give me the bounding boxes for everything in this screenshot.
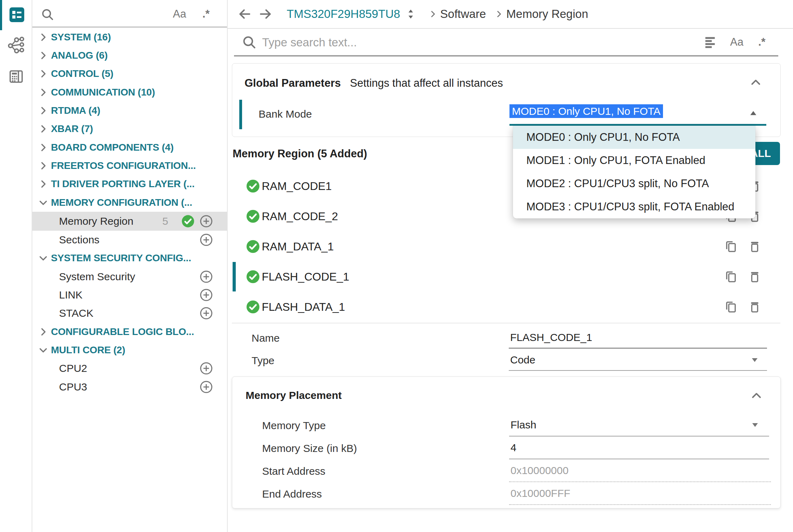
bank-mode-selected-text: MODE0 : Only CPU1, No FOTA	[509, 104, 663, 118]
sidebar-item-board-components[interactable]: BOARD COMPONENTS (4)	[32, 138, 227, 157]
sidebar-item-label: STACK	[59, 307, 93, 319]
breadcrumb-device[interactable]: TMS320F29H859TU8	[287, 7, 400, 21]
delete-icon[interactable]	[748, 300, 762, 314]
sidebar-regex-icon[interactable]: .*	[202, 8, 210, 20]
add-instance-icon[interactable]	[200, 233, 213, 247]
check-icon	[246, 209, 260, 223]
instance-count-badge: 5	[162, 215, 168, 227]
sidebar-item-analog[interactable]: ANALOG (6)	[32, 46, 227, 65]
section-divider	[232, 323, 780, 323]
sidebar-match-case-icon[interactable]: Aa	[173, 8, 186, 20]
sidebar-item-link[interactable]: LINK	[32, 286, 227, 304]
sidebar-item-system-security[interactable]: System Security	[32, 268, 227, 286]
check-icon	[181, 215, 195, 228]
switch-device-icon[interactable]	[404, 8, 417, 20]
module-sidebar: Aa .* SYSTEM (16) ANALOG (6) CONTROL (5)…	[32, 0, 228, 532]
memory-type-select[interactable]: Flash	[511, 419, 536, 431]
name-input[interactable]: FLASH_CODE_1	[510, 331, 592, 343]
check-icon	[246, 300, 260, 314]
global-parameters-title: Global Parameters	[245, 77, 341, 90]
bank-mode-select[interactable]: MODE0 : Only CPU1, No FOTA	[509, 105, 663, 117]
region-row-ram-data-1[interactable]: RAM_DATA_1	[232, 237, 780, 256]
sidebar-item-memory-region[interactable]: Memory Region 5	[32, 212, 227, 231]
menu-lines-icon[interactable]	[702, 34, 718, 50]
delete-icon[interactable]	[748, 239, 762, 254]
sidebar-item-multi-core[interactable]: MULTI CORE (2)	[32, 341, 227, 359]
region-row-flash-data-1[interactable]: FLASH_DATA_1	[232, 297, 780, 317]
chevron-right-icon	[38, 50, 48, 61]
chevron-right-icon	[38, 179, 48, 189]
sidebar-item-system[interactable]: SYSTEM (16)	[32, 28, 227, 46]
chevron-right-icon	[38, 124, 48, 134]
match-case-icon[interactable]: Aa	[730, 36, 743, 48]
breadcrumb-software[interactable]: Software	[440, 7, 486, 21]
end-address-label: End Address	[262, 488, 322, 500]
sysconfig-window: Aa .* SYSTEM (16) ANALOG (6) CONTROL (5)…	[0, 0, 793, 532]
memory-type-underline	[509, 436, 769, 436]
dropdown-open-arrow-icon[interactable]	[747, 107, 759, 119]
modified-field-bar	[239, 100, 242, 129]
sidebar-item-sections[interactable]: Sections	[32, 231, 227, 249]
dropdown-arrow-icon[interactable]	[749, 419, 761, 430]
dropdown-option-mode2[interactable]: MODE2 : CPU1/CPU3 split, No FOTA	[513, 172, 755, 195]
region-row-label: FLASH_DATA_1	[262, 301, 345, 314]
add-instance-icon[interactable]	[200, 288, 213, 302]
sidebar-search-icon[interactable]	[41, 8, 54, 21]
memory-size-label: Memory Size (in kB)	[262, 442, 357, 454]
sidebar-item-xbar[interactable]: XBAR (7)	[32, 120, 227, 138]
add-instance-icon[interactable]	[200, 380, 213, 394]
copy-icon[interactable]	[724, 300, 738, 314]
check-icon	[246, 270, 260, 284]
add-instance-icon[interactable]	[200, 307, 213, 320]
sidebar-item-label: SYSTEM SECURITY CONFIG...	[51, 252, 191, 264]
type-underline	[509, 370, 767, 371]
add-instance-icon[interactable]	[200, 215, 213, 228]
sidebar-item-communication[interactable]: COMMUNICATION (10)	[32, 83, 227, 101]
dropdown-arrow-icon[interactable]	[749, 354, 760, 365]
dropdown-option-mode0[interactable]: MODE0 : Only CPU1, No FOTA	[513, 126, 755, 149]
memory-size-underline	[509, 459, 769, 459]
sidebar-item-ti-driver-porting[interactable]: TI DRIVER PORTING LAYER (...	[32, 175, 227, 193]
sidebar-item-freertos[interactable]: FREERTOS CONFIGURATION...	[32, 157, 227, 175]
start-address-value: 0x10000000	[511, 465, 568, 477]
config-panel-icon[interactable]	[8, 6, 25, 23]
collapse-icon[interactable]	[749, 76, 762, 89]
check-icon	[246, 179, 260, 193]
dropdown-option-mode1[interactable]: MODE1 : Only CPU1, FOTA Enabled	[513, 149, 755, 172]
sidebar-item-label: ANALOG (6)	[51, 50, 108, 61]
sidebar-item-control[interactable]: CONTROL (5)	[32, 65, 227, 83]
region-row-label: RAM_CODE_2	[262, 210, 338, 223]
sidebar-item-label: Memory Region	[59, 215, 134, 227]
type-select[interactable]: Code	[510, 354, 535, 366]
sidebar-item-label: System Security	[59, 271, 135, 283]
outline-tree-icon[interactable]	[7, 35, 26, 54]
bank-mode-dropdown-menu: MODE0 : Only CPU1, No FOTA MODE1 : Only …	[513, 126, 755, 218]
copy-icon[interactable]	[724, 270, 738, 284]
sidebar-item-rtdma[interactable]: RTDMA (4)	[32, 101, 227, 120]
sidebar-item-configurable-logic-block[interactable]: CONFIGURABLE LOGIC BLO...	[32, 323, 227, 341]
sidebar-item-label: XBAR (7)	[51, 123, 93, 134]
sidebar-item-label: MULTI CORE (2)	[51, 344, 125, 356]
memory-placement-title: Memory Placement	[246, 389, 342, 401]
delete-icon[interactable]	[748, 270, 762, 284]
copy-icon[interactable]	[724, 239, 738, 254]
region-row-flash-code-1[interactable]: FLASH_CODE_1	[232, 267, 780, 287]
sidebar-item-stack[interactable]: STACK	[32, 304, 227, 322]
sidebar-item-cpu3[interactable]: CPU3	[32, 378, 227, 396]
forward-icon[interactable]	[259, 7, 273, 21]
sidebar-item-system-security-config[interactable]: SYSTEM SECURITY CONFIG...	[32, 249, 227, 267]
add-instance-icon[interactable]	[200, 270, 213, 283]
name-label: Name	[252, 332, 280, 344]
collapse-icon[interactable]	[750, 389, 763, 402]
memory-size-input[interactable]: 4	[511, 442, 516, 454]
sidebar-item-memory-configuration[interactable]: MEMORY CONFIGURATION (...	[32, 193, 227, 212]
regex-icon[interactable]: .*	[758, 36, 766, 48]
back-icon[interactable]	[238, 7, 252, 21]
sidebar-item-label: RTDMA (4)	[51, 105, 100, 116]
search-input[interactable]	[261, 34, 667, 51]
device-view-icon[interactable]	[8, 68, 25, 85]
add-instance-icon[interactable]	[200, 362, 213, 375]
sidebar-item-cpu2[interactable]: CPU2	[32, 359, 227, 377]
dropdown-option-mode3[interactable]: MODE3 : CPU1/CPU3 split, FOTA Enabled	[513, 195, 755, 218]
memory-type-label: Memory Type	[262, 420, 326, 432]
